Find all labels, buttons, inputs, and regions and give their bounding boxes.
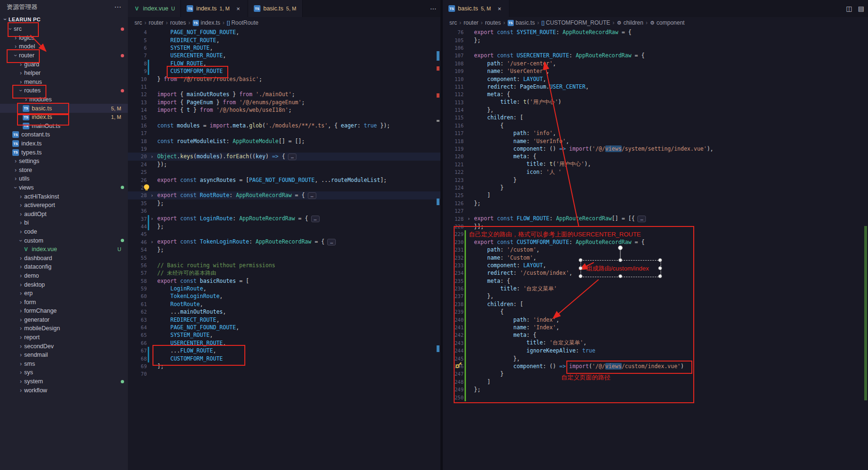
code-line-107[interactable]: 107export const USERCENTER_ROUTE: AppRou… xyxy=(443,52,868,59)
breadcrumb-item[interactable]: ⚙children xyxy=(617,19,644,26)
code-line-8[interactable]: 8 FLOW_ROUTE, xyxy=(128,60,440,67)
code-line-239[interactable]: 239 { xyxy=(443,308,868,316)
tree-item-activereport[interactable]: ›activereport xyxy=(0,201,128,210)
code-line-18[interactable]: 18const routeModuleList: AppRouteModule[… xyxy=(128,137,440,145)
code-line-108[interactable]: 108 path: '/user-center', xyxy=(443,60,868,67)
breadcrumb-item[interactable]: routes xyxy=(485,19,501,26)
code-line-26[interactable]: 26export const asyncRoutes = [PAGE_NOT_F… xyxy=(128,176,440,183)
code-line-244[interactable]: 244 ignoreKeepAlive: true xyxy=(443,347,868,354)
code-line-15[interactable]: 15 xyxy=(128,114,440,121)
tree-item-mainout-ts[interactable]: TSmainOut.ts xyxy=(0,122,128,131)
code-line-123[interactable]: 123 } xyxy=(443,176,868,183)
code-line-127[interactable]: 127 xyxy=(443,207,868,215)
breadcrumb-item[interactable]: src xyxy=(134,19,142,26)
code-line-76[interactable]: 76export const SYSTEM_ROUTE: AppRouteRec… xyxy=(443,28,868,36)
tree-item-routes[interactable]: ›routes xyxy=(0,86,128,95)
code-line-231[interactable]: 231 path: '/custom', xyxy=(443,246,868,253)
code-line-120[interactable]: 120 meta: { xyxy=(443,153,868,160)
code-line-68[interactable]: 68 CUSTOMFORM_ROUTE xyxy=(128,354,440,362)
tree-item-form[interactable]: ›form xyxy=(0,298,128,307)
code-line-228[interactable]: 228}]; xyxy=(443,223,868,230)
tree-item-modules[interactable]: ›modules xyxy=(0,95,128,104)
code-line-44[interactable]: 44}; xyxy=(128,223,440,230)
code-line-10[interactable]: 10} from '/@/router/routes/basic'; xyxy=(128,75,440,82)
code-line-11[interactable]: 11 xyxy=(128,83,440,90)
code-line-232[interactable]: 232 name: 'Custom', xyxy=(443,253,868,261)
code-line-115[interactable]: 115 children: [ xyxy=(443,114,868,121)
tree-item-dataconfig[interactable]: ›dataconfig xyxy=(0,262,128,271)
tree-item-utils[interactable]: ›utils xyxy=(0,174,128,183)
code-line-19[interactable]: 19 xyxy=(128,145,440,153)
code-line-65[interactable]: 65 SYSTEM_ROUTE, xyxy=(128,331,440,339)
code-line-230[interactable]: 230export const CUSTOMFORM_ROUTE: AppRou… xyxy=(443,238,868,246)
tree-item-custom[interactable]: ›custom xyxy=(0,236,128,245)
code-line-28[interactable]: 28›export const RootRoute: AppRouteRecor… xyxy=(128,191,440,199)
tree-item-index-ts[interactable]: TSindex.ts xyxy=(0,139,128,148)
code-line-105[interactable]: 105}; xyxy=(443,36,868,44)
code-line-6[interactable]: 6 SYSTEM_ROUTE, xyxy=(128,44,440,52)
code-line-27[interactable]: 27 xyxy=(128,184,440,191)
code-line-14[interactable]: 14import { t } from '/@/hooks/web/useI18… xyxy=(128,106,440,114)
close-icon[interactable]: × xyxy=(234,5,242,12)
breadcrumb-item[interactable]: router xyxy=(149,19,163,26)
code-line-46[interactable]: 46›export const TokenLoginRoute: AppRout… xyxy=(128,238,440,246)
code-line-242[interactable]: 242 meta: { xyxy=(443,331,868,339)
code-line-4[interactable]: 4 PAGE_NOT_FOUND_ROUTE, xyxy=(128,28,440,36)
code-line-246[interactable]: 246 component: () => import('/@/views/cu… xyxy=(443,362,868,370)
code-editor-left[interactable]: 4 PAGE_NOT_FOUND_ROUTE,5 REDIRECT_ROUTE,… xyxy=(128,28,440,470)
code-line-245[interactable]: 245 }, xyxy=(443,354,868,362)
tab-basic-ts-right[interactable]: TS basic.ts 5, M × xyxy=(443,0,510,17)
tree-item-bi[interactable]: ›bi xyxy=(0,218,128,227)
tree-item-helper[interactable]: ›helper xyxy=(0,69,128,78)
code-line-58[interactable]: 58export const basicRoutes = [ xyxy=(128,277,440,285)
code-line-24[interactable]: 24}); xyxy=(128,161,440,168)
tree-item-model[interactable]: ›model xyxy=(0,42,128,51)
breadcrumb-item[interactable]: router xyxy=(464,19,478,26)
code-line-7[interactable]: 7 USERCENTER_ROUTE, xyxy=(128,52,440,59)
tree-item-index-ts[interactable]: TSindex.ts1, M xyxy=(0,113,128,122)
code-line-110[interactable]: 110 component: LAYOUT, xyxy=(443,75,868,82)
tree-item-types-ts[interactable]: TStypes.ts xyxy=(0,148,128,157)
code-line-25[interactable]: 25 xyxy=(128,168,440,176)
tab-index-vue[interactable]: V index.vue U xyxy=(128,0,181,17)
code-line-128[interactable]: 128›export const FLOW_ROUTE: AppRouteRec… xyxy=(443,215,868,222)
breadcrumb-item[interactable]: routes xyxy=(170,19,186,26)
tree-item-logics[interactable]: ›logics xyxy=(0,34,128,43)
breadcrumb-item[interactable]: ⚙component xyxy=(650,19,684,26)
code-line-250[interactable]: 250 xyxy=(443,393,868,401)
tree-item-views[interactable]: ›views xyxy=(0,183,128,192)
tree-item-index-vue[interactable]: Vindex.vueU xyxy=(0,245,128,254)
code-line-17[interactable]: 17 xyxy=(128,129,440,137)
workspace-section-header[interactable]: › LEARUN PC xyxy=(0,14,128,25)
tree-item-formchange[interactable]: ›formChange xyxy=(0,307,128,316)
tree-item-seconddev[interactable]: ›secondDev xyxy=(0,342,128,351)
code-line-37[interactable]: 37›export const LoginRoute: AppRouteReco… xyxy=(128,215,440,222)
tree-item-constant-ts[interactable]: TSconstant.ts xyxy=(0,130,128,139)
code-line-124[interactable]: 124 } xyxy=(443,184,868,191)
tree-item-sys[interactable]: ›sys xyxy=(0,368,128,377)
tree-item-code[interactable]: ›code xyxy=(0,227,128,236)
tree-item-settings[interactable]: ›settings xyxy=(0,157,128,166)
editor-layout-icon[interactable]: ▤ xyxy=(858,5,864,12)
code-line-69[interactable]: 69]; xyxy=(128,362,440,370)
tree-item-demo[interactable]: ›demo xyxy=(0,271,128,280)
editor-more-actions-icon[interactable]: ⋯ xyxy=(430,5,437,12)
tree-item-acthitaskinst[interactable]: ›actHiTaskinst xyxy=(0,192,128,201)
split-editor-icon[interactable]: ◫ xyxy=(846,5,852,12)
explorer-more-icon[interactable]: ⋯ xyxy=(114,3,121,11)
code-line-122[interactable]: 122 icon: '人 ' xyxy=(443,168,868,176)
code-line-121[interactable]: 121 title: t('用户中心'), xyxy=(443,161,868,168)
tree-item-dashboard[interactable]: ›dashboard xyxy=(0,253,128,262)
code-line-63[interactable]: 63 REDIRECT_ROUTE, xyxy=(128,316,440,323)
tree-item-workflow[interactable]: ›workflow xyxy=(0,386,128,395)
code-line-125[interactable]: 125 ] xyxy=(443,191,868,199)
code-line-238[interactable]: 238 children: [ xyxy=(443,300,868,308)
code-line-237[interactable]: 237 }, xyxy=(443,292,868,300)
code-line-240[interactable]: 240 path: 'index', xyxy=(443,316,868,323)
code-line-106[interactable]: 106 xyxy=(443,44,868,52)
tree-item-menus[interactable]: ›menus xyxy=(0,78,128,87)
tab-basic-ts[interactable]: TS basic.ts 5, M xyxy=(248,0,303,17)
breadcrumb-item[interactable]: TSbasic.ts xyxy=(508,19,535,26)
code-line-111[interactable]: 111 redirect: PageEnum.USER_CENTER, xyxy=(443,83,868,90)
tree-item-router[interactable]: ›router xyxy=(0,51,128,60)
